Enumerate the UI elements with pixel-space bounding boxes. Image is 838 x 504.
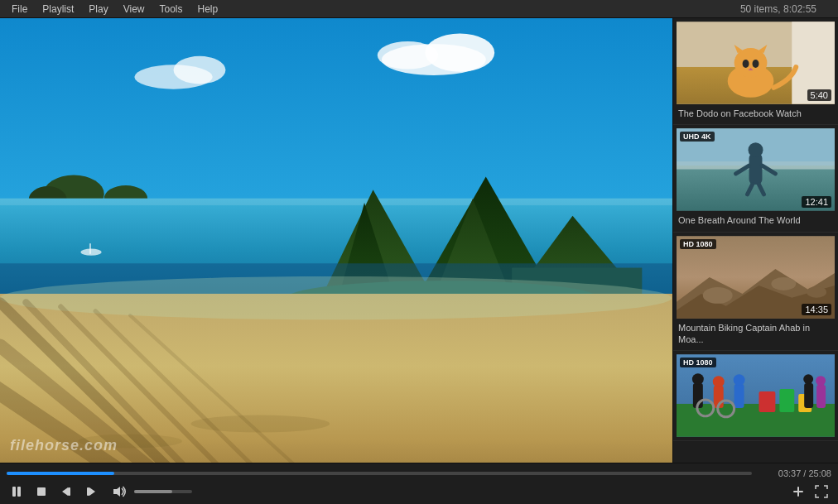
menu-help[interactable]: Help [191,2,225,17]
menubar-left: File Playlist Play View Tools Help [5,2,224,17]
playlist-item[interactable]: 5:40 The Dodo on Facebook Watch [673,18,838,125]
thumbnail-1: 5:40 [677,22,835,104]
menu-play[interactable]: Play [82,2,114,17]
sidebar-playlist[interactable]: 5:40 The Dodo on Facebook Watch [672,18,838,463]
svg-point-72 [803,374,813,384]
right-controls [788,483,831,500]
playlist-title-3: Mountain Biking Captain Ahab in Moa... [677,319,835,348]
svg-rect-77 [37,487,46,496]
video-scene [0,18,672,463]
progress-fill [7,472,114,475]
thumbnail-2: UHD 4K 12:41 [677,128,835,211]
plus-icon [792,485,805,498]
svg-point-57 [807,286,826,298]
svg-point-47 [749,142,763,157]
menu-view[interactable]: View [117,2,152,17]
svg-point-28 [80,248,101,255]
svg-rect-71 [804,383,813,408]
thumb-duration-2: 12:41 [802,196,831,208]
svg-marker-80 [89,487,95,496]
volume-fill [134,490,172,493]
svg-rect-69 [779,389,794,412]
svg-rect-75 [12,487,16,497]
svg-rect-81 [87,487,89,496]
prev-icon [60,485,73,498]
thumb-duration-1: 5:40 [807,89,831,101]
thumb-badge-4: HD 1080 [680,358,716,367]
thumb-badge-2: UHD 4K [680,132,715,142]
stop-button[interactable] [31,483,51,500]
main-area: filehorse.com [0,18,838,463]
menu-playlist[interactable]: Playlist [36,2,80,17]
playlist-item[interactable]: HD 1080 14:35 Mountain Biking Captain Ah… [673,233,838,352]
progress-track[interactable] [7,472,752,475]
video-area[interactable]: filehorse.com [0,18,672,463]
progress-bar-container: 03:37 / 25:08 [7,468,831,478]
svg-rect-76 [17,487,21,497]
fullscreen-button[interactable] [812,483,831,500]
stop-icon [35,485,48,498]
thumbnail-3: HD 1080 14:35 [677,236,835,319]
svg-rect-79 [68,487,70,496]
prev-button[interactable] [56,483,76,500]
thumbnail-4: HD 1080 [677,354,835,437]
svg-point-3 [378,41,438,70]
svg-rect-64 [734,384,744,408]
pause-button[interactable] [7,483,26,500]
volume-icon [113,485,128,498]
thumb-badge-3: HD 1080 [680,239,716,249]
svg-rect-68 [759,391,775,412]
fullscreen-icon [815,485,828,498]
svg-marker-78 [62,487,68,496]
watermark: filehorse.com [10,437,118,454]
svg-point-40 [753,60,759,68]
time-display: 03:37 / 25:08 [757,468,831,478]
playlist-title-1: The Dodo on Facebook Watch [677,104,835,121]
volume-button[interactable] [109,483,131,500]
menu-tools[interactable]: Tools [153,2,190,17]
next-icon [84,485,98,498]
menubar: File Playlist Play View Tools Help 50 it… [0,0,838,18]
menu-file[interactable]: File [5,2,34,17]
pause-icon [10,485,23,498]
svg-point-55 [703,287,733,304]
playlist-title-2: One Breath Around The World [677,211,835,228]
svg-rect-84 [793,491,803,492]
volume-track[interactable] [134,490,192,493]
controls-bar: 03:37 / 25:08 [0,463,838,504]
controls-bottom [7,483,831,500]
svg-point-65 [734,374,745,386]
next-button[interactable] [81,483,101,500]
svg-point-61 [692,373,704,385]
svg-point-30 [191,415,330,433]
volume-area [109,483,192,500]
svg-point-56 [771,277,796,290]
svg-point-39 [743,60,749,68]
stats-display: 50 items, 8:02:55 [740,3,833,15]
svg-rect-29 [89,243,91,254]
thumb-duration-3: 14:35 [802,304,831,315]
playlist-item[interactable]: HD 1080 [673,351,838,441]
svg-rect-10 [0,199,672,205]
svg-point-5 [174,56,226,84]
svg-marker-82 [113,487,120,497]
svg-rect-73 [816,385,826,408]
playlist-item[interactable]: UHD 4K 12:41 One Breath Around The World [673,125,838,232]
svg-point-63 [713,376,725,387]
svg-point-74 [816,376,826,386]
svg-rect-46 [749,153,763,185]
add-button[interactable] [788,483,808,500]
